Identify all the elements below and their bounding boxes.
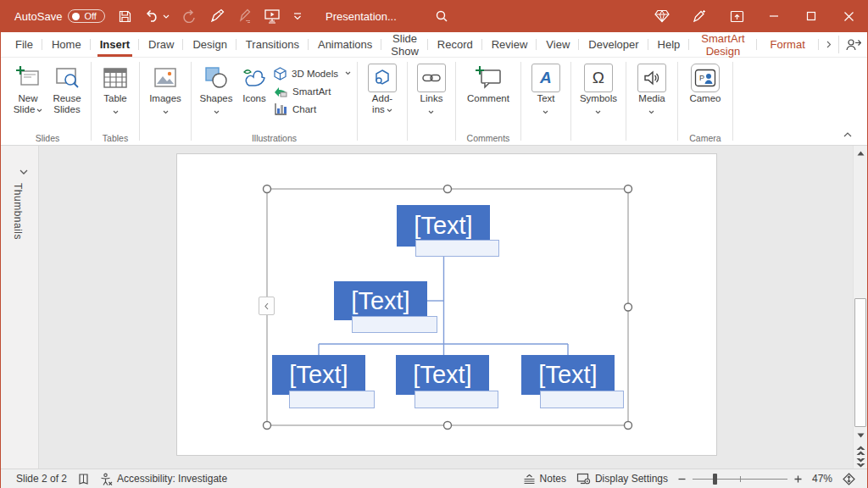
slide-canvas[interactable]: [Text] [Text] [Text] [Text] [Text] bbox=[39, 146, 853, 469]
scroll-up-button[interactable] bbox=[854, 147, 868, 160]
text-button[interactable]: A Text bbox=[526, 60, 566, 119]
accessibility-checker-button[interactable]: Accessibility: Investigate bbox=[95, 469, 232, 488]
redo-icon bbox=[182, 9, 197, 23]
icons-button[interactable]: Icons bbox=[236, 60, 272, 106]
notes-button[interactable]: Notes bbox=[518, 473, 571, 485]
smartart-node-5-title-box[interactable] bbox=[540, 391, 624, 408]
redo-button[interactable] bbox=[182, 9, 197, 23]
qat-overflow-button[interactable] bbox=[293, 13, 302, 20]
addins-button[interactable]: Add-ins bbox=[362, 60, 403, 117]
more-tabs-button[interactable] bbox=[819, 32, 839, 57]
ribbon-separator bbox=[732, 62, 733, 141]
tab-design[interactable]: Design bbox=[183, 32, 236, 57]
smartart-node-2-title-box[interactable] bbox=[352, 316, 437, 333]
images-button[interactable]: Images bbox=[144, 60, 186, 119]
selection-handle-mid-right[interactable] bbox=[625, 303, 632, 311]
thumbnails-panel-collapsed[interactable]: Thumbnails bbox=[1, 146, 39, 469]
scroll-down-button[interactable] bbox=[854, 429, 868, 442]
tab-home[interactable]: Home bbox=[42, 32, 91, 57]
undo-button[interactable] bbox=[145, 9, 170, 23]
zoom-slider[interactable] bbox=[693, 473, 787, 485]
window-title: Presentation... bbox=[326, 0, 397, 32]
next-slide-button[interactable] bbox=[854, 456, 868, 469]
selection-handle-top-right[interactable] bbox=[625, 186, 632, 193]
maximize-icon bbox=[806, 11, 816, 21]
selection-handle-top-left[interactable] bbox=[264, 186, 271, 193]
table-button[interactable]: Table bbox=[96, 60, 135, 119]
smartart-button[interactable]: SmartArt bbox=[272, 84, 353, 98]
close-button[interactable] bbox=[830, 0, 867, 32]
tab-file[interactable]: File bbox=[6, 32, 42, 57]
tab-smartart-design[interactable]: SmartArt Design bbox=[689, 32, 756, 57]
slide[interactable]: [Text] [Text] [Text] [Text] [Text] bbox=[176, 153, 717, 456]
share-button[interactable] bbox=[839, 32, 866, 57]
autosave-toggle[interactable]: AutoSave Off bbox=[14, 9, 105, 23]
tab-slide-show[interactable]: Slide Show bbox=[381, 32, 428, 57]
display-settings-button[interactable]: Display Settings bbox=[571, 473, 673, 485]
thumbnails-expand-chevron-icon[interactable] bbox=[14, 164, 33, 179]
text-pane-toggle-button[interactable] bbox=[259, 297, 275, 315]
draw-pen-button[interactable] bbox=[237, 8, 251, 24]
new-slide-button[interactable]: New Slide bbox=[8, 60, 47, 117]
tab-animations[interactable]: Animations bbox=[309, 32, 381, 57]
tab-draw[interactable]: Draw bbox=[139, 32, 183, 57]
media-button[interactable]: Media bbox=[631, 60, 673, 119]
tab-record[interactable]: Record bbox=[428, 32, 482, 57]
selection-handle-bottom-mid[interactable] bbox=[444, 422, 452, 430]
maximize-button[interactable] bbox=[793, 0, 830, 32]
smartart-node-4-title-box[interactable] bbox=[415, 391, 498, 408]
links-button[interactable]: Links bbox=[412, 60, 451, 119]
reuse-slides-icon bbox=[54, 62, 80, 93]
slide-counter[interactable]: Slide 2 of 2 bbox=[16, 469, 72, 488]
accessibility-status: Accessibility: Investigate bbox=[117, 473, 227, 485]
ribbon-display-button[interactable] bbox=[718, 0, 755, 32]
vertical-scrollbar[interactable] bbox=[853, 146, 867, 469]
tab-transitions[interactable]: Transitions bbox=[236, 32, 309, 57]
3d-models-button[interactable]: 3D Models bbox=[272, 66, 353, 80]
tab-insert[interactable]: Insert bbox=[91, 32, 139, 57]
minimize-button[interactable] bbox=[755, 0, 793, 32]
svg-text:P: P bbox=[699, 74, 704, 82]
shapes-button[interactable]: Shapes bbox=[196, 60, 236, 119]
fit-slide-button[interactable] bbox=[837, 473, 860, 485]
save-button[interactable] bbox=[118, 9, 132, 24]
zoom-in-button[interactable] bbox=[793, 475, 804, 483]
scroll-up-arrow-icon bbox=[857, 151, 865, 156]
fit-slide-icon bbox=[843, 473, 855, 485]
editing-mode-button[interactable] bbox=[681, 0, 718, 32]
selection-handle-bottom-right[interactable] bbox=[625, 422, 632, 430]
smartart-node-5[interactable]: [Text] bbox=[521, 355, 615, 395]
autosave-pill[interactable]: Off bbox=[68, 9, 104, 23]
symbols-button[interactable]: Ω Symbols bbox=[576, 60, 621, 119]
scrollbar-thumb[interactable] bbox=[854, 298, 866, 427]
premium-button[interactable] bbox=[643, 0, 681, 32]
smartart-node-3-title-box[interactable] bbox=[289, 391, 375, 408]
cameo-button[interactable]: P Cameo bbox=[682, 60, 728, 106]
tab-developer[interactable]: Developer bbox=[579, 32, 648, 57]
reuse-slides-button[interactable]: Reuse Slides bbox=[47, 60, 86, 117]
collapse-ribbon-button[interactable] bbox=[838, 126, 857, 141]
selection-handle-top-mid[interactable] bbox=[444, 186, 452, 193]
selection-handle-bottom-left[interactable] bbox=[264, 422, 271, 430]
ribbon-tab-bar: File Home Insert Draw Design Transitions… bbox=[1, 32, 867, 58]
smartart-node-4[interactable]: [Text] bbox=[396, 355, 489, 395]
smartart-node-2[interactable]: [Text] bbox=[334, 281, 427, 320]
format-painter-button[interactable] bbox=[209, 8, 225, 24]
spell-check-button[interactable] bbox=[72, 469, 95, 488]
tab-view[interactable]: View bbox=[537, 32, 579, 57]
group-label-camera: Camera bbox=[678, 133, 732, 143]
start-slideshow-button[interactable] bbox=[264, 8, 281, 24]
tab-format[interactable]: Format bbox=[757, 32, 819, 57]
smartart-node-1-title-box[interactable] bbox=[415, 240, 499, 257]
zoom-level[interactable]: 47% bbox=[807, 473, 837, 485]
zoom-slider-thumb[interactable] bbox=[713, 474, 717, 485]
chart-button[interactable]: Chart bbox=[272, 102, 353, 116]
close-icon bbox=[843, 11, 854, 22]
search-button[interactable] bbox=[435, 0, 448, 32]
diamond-icon bbox=[654, 9, 670, 23]
smartart-node-3[interactable]: [Text] bbox=[272, 355, 365, 395]
tab-review[interactable]: Review bbox=[482, 32, 537, 57]
zoom-out-button[interactable] bbox=[676, 475, 687, 483]
tab-help[interactable]: Help bbox=[648, 32, 690, 57]
comment-button[interactable]: Comment bbox=[460, 60, 516, 106]
